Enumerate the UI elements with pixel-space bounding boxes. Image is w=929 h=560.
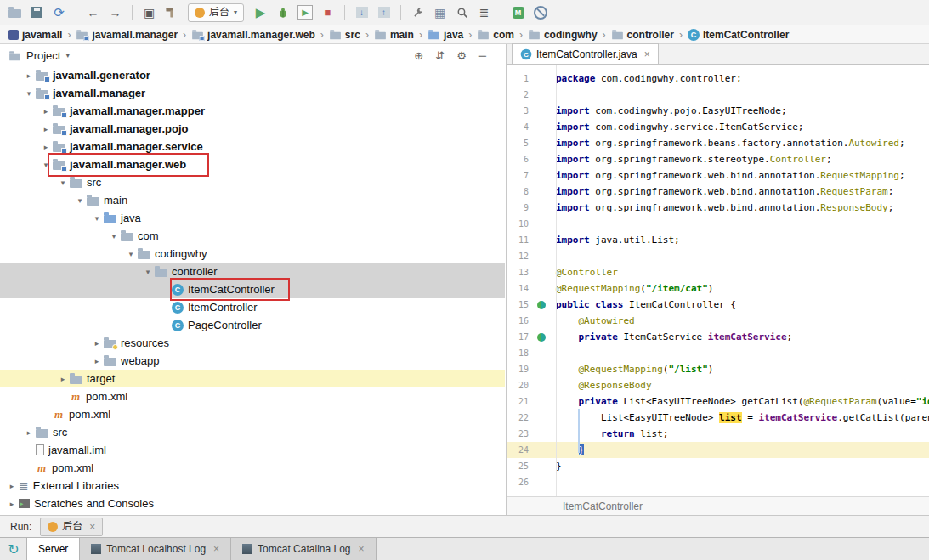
code-line[interactable]: 26: [507, 474, 929, 490]
debug-icon[interactable]: [273, 3, 292, 22]
disable-icon[interactable]: [530, 3, 550, 22]
close-icon[interactable]: ×: [213, 543, 219, 555]
chevron-collapsed-icon[interactable]: ▸: [5, 482, 19, 490]
chevron-collapsed-icon[interactable]: ▸: [90, 339, 104, 348]
structure-icon[interactable]: ▦: [430, 3, 450, 22]
breadcrumb-item[interactable]: main: [372, 29, 416, 41]
vcs-commit-icon[interactable]: ↑: [374, 3, 394, 22]
code-line[interactable]: 17 private ItemCatService itemCatService…: [507, 329, 929, 345]
tree-item[interactable]: ▸javamall.manager.pojo: [0, 120, 505, 138]
tree-item[interactable]: ▾main: [0, 191, 505, 209]
back-icon[interactable]: ←: [83, 3, 103, 22]
code-line[interactable]: 22 List<EasyUITreeNode> list = itemCatSe…: [507, 410, 929, 426]
close-icon[interactable]: ×: [644, 48, 650, 60]
tree-item[interactable]: ▸target: [0, 370, 505, 387]
code-line[interactable]: 15public class ItemCatController {: [507, 297, 929, 313]
code-line[interactable]: 25}: [507, 458, 929, 474]
tree-item[interactable]: ▾codingwhy: [0, 245, 505, 263]
breadcrumb-item[interactable]: java: [426, 29, 465, 41]
build-icon[interactable]: [161, 3, 181, 22]
breadcrumb-item[interactable]: javamall: [7, 29, 64, 41]
open-icon[interactable]: [5, 3, 25, 22]
chevron-expanded-icon[interactable]: ▾: [141, 268, 155, 276]
code-line[interactable]: 23 return list;: [507, 426, 929, 442]
run-icon[interactable]: ▶: [251, 3, 270, 22]
locate-icon[interactable]: ⊕: [414, 49, 423, 62]
breadcrumb-item[interactable]: CItemCatController: [686, 29, 790, 41]
code-line[interactable]: 24 }: [507, 442, 929, 458]
chevron-down-icon[interactable]: ▾: [65, 51, 70, 59]
spring-bean-icon[interactable]: [537, 333, 546, 342]
spring-bean-icon[interactable]: [537, 301, 546, 309]
vcs-update-icon[interactable]: ↓: [352, 3, 371, 22]
run-config-select[interactable]: 后台 ▾: [188, 3, 244, 22]
tree-item[interactable]: ▾src: [0, 173, 505, 191]
settings-gear-icon[interactable]: ⚙: [456, 49, 467, 62]
tree-item[interactable]: mpom.xml: [0, 405, 505, 423]
breadcrumb-item[interactable]: src: [327, 29, 362, 41]
stop-icon[interactable]: ■: [318, 3, 337, 22]
editor-tab[interactable]: C ItemCatController.java ×: [512, 43, 659, 64]
chevron-collapsed-icon[interactable]: ▸: [22, 428, 36, 437]
save-icon[interactable]: [27, 3, 47, 22]
forward-icon[interactable]: →: [105, 3, 125, 22]
tree-item[interactable]: CPageController: [0, 316, 505, 334]
checklist-icon[interactable]: ≣: [474, 3, 494, 22]
search-icon[interactable]: [452, 3, 472, 22]
breadcrumb-item[interactable]: com: [475, 29, 516, 41]
tree-item[interactable]: ▾javamall.manager.web: [0, 156, 505, 173]
code-line[interactable]: 21 private List<EasyUITreeNode> getCatLi…: [507, 393, 929, 410]
breadcrumb-item[interactable]: codingwhy: [526, 29, 599, 41]
tree-item[interactable]: ▾javamall.manager: [0, 84, 505, 102]
collapse-all-icon[interactable]: ⇵: [435, 49, 445, 62]
tree-item[interactable]: ▸src: [0, 423, 505, 441]
code-line[interactable]: 19 @RequestMapping("/list"): [507, 361, 929, 377]
code-line[interactable]: 6import org.springframework.stereotype.C…: [507, 151, 929, 167]
chevron-collapsed-icon[interactable]: ▸: [56, 375, 70, 383]
coverage-icon[interactable]: ▶: [297, 5, 313, 20]
tab-tomcat-localhost-log[interactable]: Tomcat Localhost Log×: [79, 538, 231, 560]
tab-server[interactable]: Server: [26, 538, 80, 560]
code-line[interactable]: 16 @Autowired: [507, 313, 929, 329]
code-line[interactable]: 2: [507, 87, 929, 103]
chevron-expanded-icon[interactable]: ▾: [73, 196, 87, 205]
chevron-expanded-icon[interactable]: ▾: [90, 214, 104, 223]
chevron-collapsed-icon[interactable]: ▸: [5, 500, 19, 508]
tree-item[interactable]: ▾com: [0, 227, 505, 245]
tree-item[interactable]: ▾controller: [0, 263, 505, 280]
code-line[interactable]: 7import org.springframework.web.bind.ann…: [507, 167, 929, 184]
markdown-icon[interactable]: M: [508, 3, 528, 22]
panel-title[interactable]: Project: [26, 49, 60, 62]
code-line[interactable]: 12: [507, 248, 929, 264]
tree-item[interactable]: ▸javamall.manager.mapper: [0, 102, 505, 120]
tree-item[interactable]: ▸▸Scratches and Consoles: [0, 495, 505, 512]
chevron-collapsed-icon[interactable]: ▸: [39, 107, 53, 116]
code-line[interactable]: 10: [507, 216, 929, 232]
breadcrumb-class[interactable]: ItemCatController: [563, 501, 643, 512]
tree-item[interactable]: CItemController: [0, 298, 505, 316]
tree-item[interactable]: ▸javamall.generator: [0, 66, 505, 84]
code-line[interactable]: 3import com.codingwhy.pojo.EasyUITreeNod…: [507, 103, 929, 119]
tree-item[interactable]: ▸javamall.manager.service: [0, 138, 505, 156]
code-line[interactable]: 11import java.util.List;: [507, 232, 929, 248]
chevron-expanded-icon[interactable]: ▾: [39, 161, 53, 169]
editor-body[interactable]: 1package com.codingwhy.controller;23impo…: [507, 65, 929, 496]
breadcrumb-item[interactable]: javamall.manager.web: [190, 29, 317, 41]
tree-item[interactable]: mpom.xml: [0, 459, 505, 477]
tree-item[interactable]: ▸webapp: [0, 352, 505, 370]
tree-item[interactable]: javamall.iml: [0, 441, 505, 459]
sync-icon[interactable]: ⟳: [49, 3, 69, 22]
tree-item[interactable]: CItemCatController: [0, 280, 505, 298]
chevron-expanded-icon[interactable]: ▾: [107, 232, 121, 240]
tree-item[interactable]: ▾java: [0, 209, 505, 227]
code-line[interactable]: 1package com.codingwhy.controller;: [507, 71, 929, 87]
chevron-expanded-icon[interactable]: ▾: [124, 250, 138, 258]
run-tab[interactable]: 后台 ×: [40, 518, 103, 536]
code-line[interactable]: 20 @ResponseBody: [507, 377, 929, 393]
code-line[interactable]: 5import org.springframework.beans.factor…: [507, 135, 929, 151]
hide-panel-icon[interactable]: ─: [479, 49, 486, 62]
tree-item[interactable]: ▸resources: [0, 334, 505, 352]
close-icon[interactable]: ×: [359, 543, 365, 555]
code-line[interactable]: 4import com.codingwhy.service.ItemCatSer…: [507, 119, 929, 135]
code-line[interactable]: 14@RequestMapping("/item/cat"): [507, 280, 929, 297]
